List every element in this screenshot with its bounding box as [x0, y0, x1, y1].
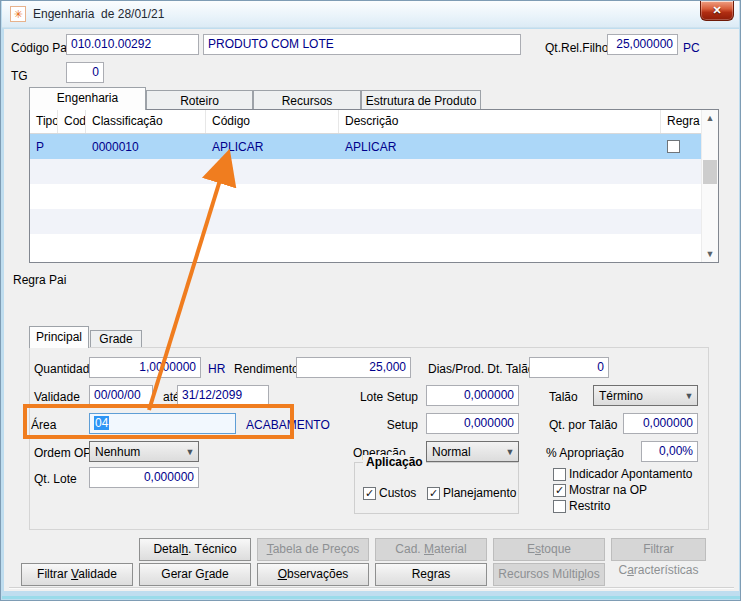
setup-label: Setup — [353, 418, 418, 432]
scroll-up-icon[interactable]: ▲ — [702, 110, 718, 126]
qt-por-talao-input[interactable]: 0,000000 — [623, 413, 698, 434]
col-header-descricao[interactable]: Descrição — [339, 110, 661, 133]
grid-vertical-scrollbar[interactable]: ▲ ▼ — [701, 110, 718, 262]
planejamento-checkbox[interactable]: ✓ Planejamento — [427, 486, 516, 500]
chevron-down-icon: ▼ — [681, 391, 697, 401]
qt-lote-label: Qt. Lote — [34, 472, 77, 486]
custos-checkbox[interactable]: ✓ Custos — [363, 486, 416, 500]
tab-recursos[interactable]: Recursos — [253, 90, 361, 110]
grid-empty-row[interactable] — [30, 184, 701, 209]
tab-grade[interactable]: Grade — [90, 330, 142, 348]
tab-estrutura-de-produto[interactable]: Estrutura de Produto — [361, 90, 481, 110]
tab-engenharia[interactable]: Engenharia — [29, 87, 146, 110]
button-observacoes[interactable]: Observações — [257, 563, 369, 586]
grid-empty-row[interactable] — [30, 209, 701, 234]
apropriacao-label: % Apropriação — [546, 446, 624, 460]
engenharia-window: ✳ Engenharia de 28/01/21 ✕ Código Pai 01… — [0, 0, 741, 601]
cell-classificacao: 0000010 — [86, 140, 206, 154]
apropriacao-input[interactable]: 0,00% — [641, 441, 698, 462]
tg-input[interactable]: 0 — [66, 62, 104, 83]
ordem-op-label: Ordem OP — [34, 446, 91, 460]
aplicacao-title: Aplicação — [363, 455, 426, 469]
rendimento-label: Rendimento — [234, 362, 299, 376]
button-cad-material: Cad. Material — [375, 538, 487, 561]
bottom-groove — [9, 587, 734, 589]
grid-empty-row[interactable] — [30, 159, 701, 184]
validade-label: Validade — [34, 390, 80, 404]
button-regras[interactable]: Regras — [375, 563, 487, 586]
lote-setup-label: Lote Setup — [353, 390, 418, 404]
area-label: Área — [31, 418, 56, 432]
button-tabela-de-precos: Tabela de Preços — [257, 538, 369, 561]
talao-dropdown[interactable]: Término ▼ — [593, 385, 698, 406]
operacao-dropdown[interactable]: Normal ▼ — [426, 441, 519, 462]
scrollbar-thumb[interactable] — [703, 160, 717, 184]
produto-descricao-input[interactable]: PRODUTO COM LOTE — [203, 34, 521, 55]
scroll-down-icon[interactable]: ▼ — [702, 246, 718, 262]
grid-empty-row[interactable] — [30, 234, 701, 259]
lote-setup-input[interactable]: 0,000000 — [426, 385, 519, 406]
area-input[interactable]: 04 — [89, 413, 236, 434]
quantidade-unit: HR — [208, 362, 225, 376]
qt-por-talao-label: Qt. por Talão — [549, 418, 617, 432]
qt-rel-filho-label: Qt.Rel.Filho — [545, 41, 608, 55]
area-selected-text: 04 — [94, 416, 109, 430]
cell-tipo: P — [30, 140, 58, 154]
button-gerar-grade[interactable]: Gerar Grade — [139, 563, 251, 586]
col-header-tipo[interactable]: Tipo — [30, 110, 58, 133]
button-detalh-tecnico[interactable]: Detalh. Técnico — [139, 538, 251, 561]
qt-rel-filho-unit: PC — [683, 41, 700, 55]
col-header-classificacao[interactable]: Classificação — [86, 110, 206, 133]
col-header-codigo[interactable]: Código — [206, 110, 339, 133]
indicador-apontamento-checkbox[interactable]: ✓ Indicador Apontamento — [553, 467, 692, 481]
chevron-down-icon: ▼ — [182, 447, 198, 457]
quantidade-input[interactable]: 1,0000000 — [89, 357, 201, 378]
button-recursos-multiplos: Recursos Múltiplos — [493, 563, 605, 586]
chevron-down-icon: ▼ — [502, 447, 518, 457]
button-estoque: Estoque — [493, 538, 605, 561]
validade-de-input[interactable]: 00/00/00 — [89, 385, 153, 406]
talao-label: Talão — [549, 390, 578, 404]
cell-descricao: APLICAR — [339, 140, 661, 154]
close-button[interactable]: ✕ — [700, 1, 734, 21]
area-descricao: ACABAMENTO — [246, 418, 330, 432]
rendimento-input[interactable]: 25,000 — [296, 357, 411, 378]
grid-header: Tipo Cod Classificação Código Descrição … — [30, 110, 701, 134]
tab-roteiro[interactable]: Roteiro — [146, 90, 253, 110]
cell-codigo: APLICAR — [206, 140, 339, 154]
button-filtrar-validade[interactable]: Filtrar Validade — [21, 563, 133, 586]
setup-input[interactable]: 0,000000 — [426, 413, 519, 434]
tg-label: TG — [11, 69, 28, 83]
qt-rel-filho-input[interactable]: 25,000000 — [607, 34, 678, 55]
app-icon: ✳ — [10, 6, 26, 22]
dias-prod-input[interactable]: 0 — [529, 357, 609, 378]
title-bar: ✳ Engenharia de 28/01/21 — [2, 1, 739, 28]
regra-checkbox[interactable]: ✓ — [667, 140, 701, 153]
dias-prod-label: Dias/Prod. Dt. Talão — [428, 362, 535, 376]
window-title: Engenharia de 28/01/21 — [33, 7, 164, 21]
quantidade-label: Quantidade — [34, 362, 96, 376]
codigo-pai-input[interactable]: 010.010.00292 — [66, 34, 199, 55]
engenharia-grid: Tipo Cod Classificação Código Descrição … — [29, 109, 719, 263]
col-header-regra[interactable]: Regra — [661, 110, 701, 133]
ordem-op-dropdown[interactable]: Nenhum ▼ — [89, 441, 199, 462]
window-bottom-edge — [2, 596, 741, 599]
restrito-checkbox[interactable]: ✓ Restrito — [553, 499, 610, 513]
validade-ate-input[interactable]: 31/12/2099 — [177, 385, 269, 406]
regra-pai-label: Regra Pai — [13, 273, 66, 287]
tab-principal[interactable]: Principal — [29, 326, 89, 348]
qt-lote-input[interactable]: 0,000000 — [89, 467, 199, 488]
grid-row-selected[interactable]: P 0000010 APLICAR APLICAR ✓ — [30, 134, 701, 159]
button-filtrar-caracteristicas: Filtrar Características — [611, 538, 706, 561]
mostrar-na-op-checkbox[interactable]: ✓ Mostrar na OP — [553, 483, 647, 497]
codigo-pai-label: Código Pai — [11, 41, 70, 55]
col-header-cod[interactable]: Cod — [58, 110, 86, 133]
